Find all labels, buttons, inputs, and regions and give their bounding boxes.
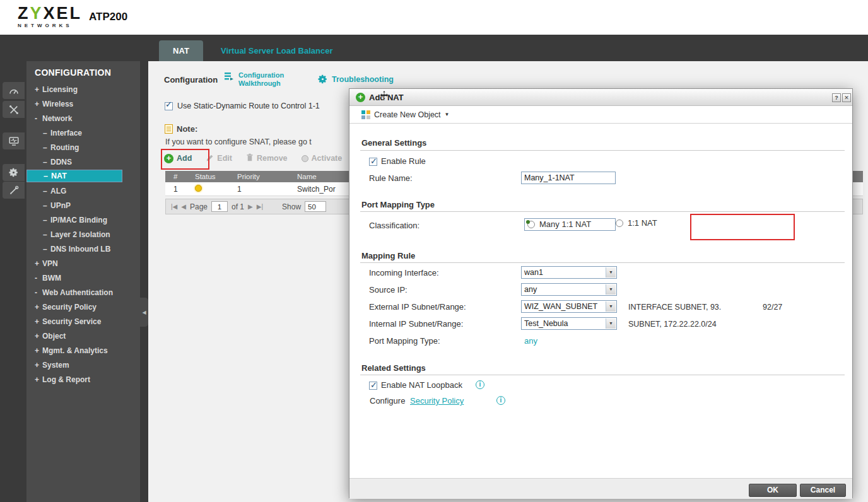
sidebar-item[interactable]: -Web Authentication <box>26 286 140 300</box>
create-new-object-button[interactable]: Create New Object ▼ <box>349 106 852 124</box>
activate-button[interactable]: Activate <box>302 154 343 163</box>
edit-pencil-icon <box>206 154 214 163</box>
sidebar-item[interactable]: –Layer 2 Isolation <box>26 228 140 242</box>
related-settings-title: Related Settings <box>361 363 426 373</box>
static-route-label: Use Static-Dynamic Route to Control 1-1 <box>177 102 320 110</box>
prev-page-button[interactable]: ◀ <box>181 203 186 210</box>
sidebar-item[interactable]: –ALG <box>26 184 140 199</box>
sidebar-item[interactable]: –IP/MAC Binding <box>26 213 140 228</box>
enable-rule-checkbox[interactable] <box>369 158 377 166</box>
sidebar-item[interactable]: +Wireless <box>26 97 140 112</box>
external-ip-select[interactable]: WIZ_WAN_SUBNET <box>521 300 617 313</box>
edit-button[interactable]: Edit <box>206 154 232 163</box>
create-new-object-icon <box>361 110 370 119</box>
screen: ZYXEL NETWORKS ATP200 NAT Virtual Server… <box>0 0 868 502</box>
classification-option-label: Many 1:1 NAT <box>539 219 591 230</box>
expand-marker: + <box>35 300 42 315</box>
sidebar-item[interactable]: +Log & Report <box>26 373 140 387</box>
internal-ip-select[interactable]: Test_Nebula <box>521 317 617 330</box>
brand-y: Y <box>30 4 44 23</box>
sidebar-item[interactable]: +System <box>26 358 140 373</box>
wizard-icon[interactable] <box>3 101 25 118</box>
sidebar-item[interactable]: –NAT <box>26 170 122 182</box>
expand-marker: – <box>43 126 50 141</box>
activate-label: Activate <box>312 154 343 163</box>
sidebar-item[interactable]: –DDNS <box>26 155 140 170</box>
cancel-button[interactable]: Cancel <box>800 484 846 497</box>
classification-option[interactable]: Many 1:1 NAT <box>524 218 616 231</box>
sidebar-item-label: Mgmt. & Analytics <box>42 346 108 355</box>
ok-button[interactable]: OK <box>749 484 797 497</box>
enable-nat-loopback-checkbox[interactable] <box>369 382 377 390</box>
sidebar-item[interactable]: -Network <box>26 112 140 126</box>
rule-toolbar: Add Edit Remove Activate <box>164 153 356 163</box>
gauge-icon <box>8 85 20 96</box>
tab-virtual-server-load-balancer[interactable]: Virtual Server Load Balancer <box>221 40 333 61</box>
rule-name-input[interactable] <box>521 172 616 184</box>
dialog-close-button[interactable] <box>842 93 851 102</box>
sidebar-item-label: UPnP <box>50 201 71 210</box>
show-count-select[interactable]: 50 <box>305 201 326 212</box>
tab-nat[interactable]: NAT <box>159 40 203 61</box>
col-status: Status <box>195 173 237 180</box>
sidebar-item[interactable]: +Mgmt. & Analytics <box>26 344 140 358</box>
gear-icon <box>8 167 19 178</box>
static-route-checkbox[interactable] <box>165 102 173 110</box>
expand-marker: – <box>43 184 50 199</box>
configuration-icon[interactable] <box>3 164 25 181</box>
expand-marker: - <box>35 286 42 300</box>
expand-marker: + <box>35 315 42 329</box>
select-arrow-icon <box>606 301 616 312</box>
classification-option[interactable]: 1:1 NAT <box>616 218 707 228</box>
add-nat-dialog: Add NAT ? Create New Object ▼ General Se… <box>349 88 853 498</box>
expand-marker: + <box>35 83 42 97</box>
add-button[interactable]: Add <box>164 154 192 163</box>
first-page-button[interactable]: |◀ <box>171 203 177 210</box>
expand-marker: – <box>43 141 50 155</box>
configuration-walkthrough-link[interactable]: ConfigurationWalkthrough <box>224 71 284 88</box>
sidebar-item[interactable]: –Interface <box>26 126 140 141</box>
sidebar-item[interactable]: –Routing <box>26 141 140 155</box>
radio-icon <box>616 219 623 227</box>
walkthrough-line2: Walkthrough <box>238 79 284 88</box>
next-page-button[interactable]: ▶ <box>248 203 253 210</box>
expand-marker: + <box>35 344 42 358</box>
dashboard-icon[interactable] <box>3 82 25 99</box>
remove-button[interactable]: Remove <box>246 153 288 163</box>
security-policy-info-icon[interactable] <box>496 396 505 405</box>
port-mapping-type-label: Port Mapping Type: <box>369 336 440 346</box>
dialog-help-button[interactable]: ? <box>832 93 841 102</box>
source-ip-select[interactable]: any <box>521 283 617 296</box>
expand-marker: + <box>35 373 42 387</box>
external-ip-value: WIZ_WAN_SUBNET <box>524 302 597 311</box>
sidebar-item[interactable]: –DNS Inbound LB <box>26 242 140 257</box>
sidebar-item[interactable]: -BWM <box>26 271 140 286</box>
dialog-titlebar[interactable]: Add NAT ? <box>349 89 852 106</box>
troubleshooting-link[interactable]: Troubleshooting <box>317 74 394 85</box>
enable-nat-loopback-label: Enable NAT Loopback <box>381 380 462 390</box>
sidebar-item[interactable]: +Security Service <box>26 315 140 329</box>
divider <box>360 150 845 151</box>
last-page-button[interactable]: ▶| <box>257 203 263 210</box>
sidebar-item[interactable]: +VPN <box>26 257 140 271</box>
external-subnet-info-left: INTERFACE SUBNET, 93. <box>628 303 721 312</box>
sidebar-item[interactable]: +Security Policy <box>26 300 140 315</box>
col-priority: Priority <box>237 173 297 180</box>
maintenance-icon[interactable] <box>3 182 25 199</box>
sidebar-item[interactable]: +Object <box>26 329 140 344</box>
sidebar-collapse-handle[interactable]: ◀ <box>140 298 148 327</box>
sidebar-item[interactable]: –UPnP <box>26 199 140 213</box>
expand-marker: + <box>35 257 42 271</box>
page-input[interactable] <box>211 201 228 212</box>
remove-label: Remove <box>257 154 288 163</box>
page-label: Page <box>190 202 208 211</box>
expand-marker: – <box>43 199 50 213</box>
security-policy-link[interactable]: Security Policy <box>410 396 464 406</box>
top-bar: ZYXEL NETWORKS ATP200 <box>0 0 868 35</box>
sidebar-item[interactable]: +Licensing <box>26 83 140 97</box>
incoming-interface-select[interactable]: wan1 <box>521 266 617 279</box>
device-model: ATP200 <box>89 11 127 23</box>
nat-loopback-info-icon[interactable] <box>476 380 484 389</box>
troubleshooting-gear-icon <box>317 74 328 85</box>
monitor-icon[interactable] <box>3 132 25 149</box>
